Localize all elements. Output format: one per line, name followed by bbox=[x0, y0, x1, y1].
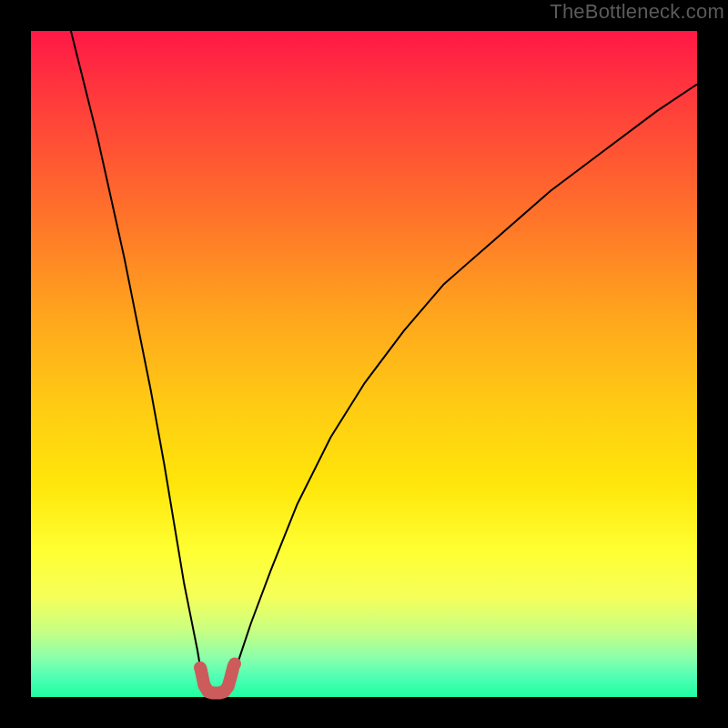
series-right-branch bbox=[231, 85, 697, 684]
series-group bbox=[71, 31, 697, 693]
watermark-text: TheBottleneck.com bbox=[550, 0, 724, 24]
chart-svg bbox=[31, 31, 697, 697]
point-optimal-cap-right bbox=[228, 657, 241, 670]
series-left-branch bbox=[71, 31, 204, 683]
chart-frame: TheBottleneck.com bbox=[0, 0, 728, 728]
point-optimal-cap-left bbox=[194, 662, 207, 674]
chart-plot-area bbox=[31, 31, 697, 697]
